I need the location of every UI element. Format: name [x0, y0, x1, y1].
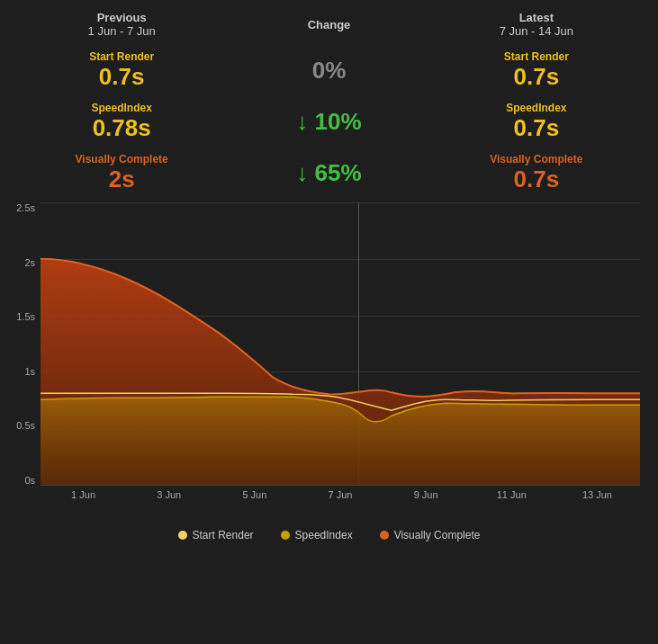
legend-label-visually-complete: Visually Complete	[394, 529, 481, 541]
header: Previous 1 Jun - 7 Jun Change Latest 7 J…	[0, 0, 658, 45]
x-axis: 1 Jun 3 Jun 5 Jun 7 Jun 9 Jun 11 Jun 13 …	[41, 486, 640, 511]
visually-complete-label-latest: Visually Complete	[433, 153, 640, 165]
visually-complete-label-prev: Visually Complete	[18, 153, 225, 165]
y-label-2: 2s	[24, 257, 35, 268]
speed-index-previous: SpeedIndex 0.78s	[18, 102, 225, 142]
visually-complete-value-latest: 0.7s	[433, 165, 640, 193]
start-render-value-prev: 0.7s	[18, 63, 225, 91]
legend-visually-complete: Visually Complete	[380, 529, 481, 541]
visually-complete-latest: Visually Complete 0.7s	[433, 153, 640, 193]
previous-section: Previous 1 Jun - 7 Jun	[18, 11, 225, 38]
y-axis: 2.5s 2s 1.5s 1s 0.5s 0s	[0, 202, 41, 486]
y-label-0: 0s	[24, 475, 35, 486]
latest-section: Latest 7 Jun - 14 Jun	[433, 11, 640, 38]
metrics-container: Start Render 0.7s 0% Start Render 0.7s S…	[0, 45, 658, 199]
speed-index-value-latest: 0.7s	[433, 114, 640, 142]
start-render-label-latest: Start Render	[433, 50, 640, 63]
latest-date: 7 Jun - 14 Jun	[433, 24, 640, 38]
legend-speed-index: SpeedIndex	[281, 529, 353, 541]
speed-index-label-latest: SpeedIndex	[433, 102, 640, 114]
x-label-5jun: 5 Jun	[212, 489, 297, 511]
y-label-1: 1s	[24, 366, 35, 377]
speed-index-row: SpeedIndex 0.78s ↓ 10% SpeedIndex 0.7s	[0, 96, 658, 148]
legend-dot-visually-complete	[380, 531, 389, 540]
legend-label-start-render: Start Render	[193, 529, 254, 541]
start-render-previous: Start Render 0.7s	[18, 50, 225, 91]
chart-legend: Start Render SpeedIndex Visually Complet…	[0, 522, 658, 545]
legend-dot-speed-index	[281, 531, 290, 540]
x-label-9jun: 9 Jun	[383, 489, 469, 511]
visually-complete-previous: Visually Complete 2s	[18, 153, 225, 193]
visually-complete-change: ↓ 65%	[225, 159, 432, 187]
speed-index-change: ↓ 10%	[225, 108, 432, 136]
start-render-latest: Start Render 0.7s	[433, 50, 640, 91]
x-label-11jun: 11 Jun	[469, 489, 554, 511]
x-label-3jun: 3 Jun	[126, 489, 212, 511]
start-render-value-latest: 0.7s	[433, 63, 640, 91]
latest-label: Latest	[433, 11, 640, 24]
x-label-13jun: 13 Jun	[554, 489, 640, 511]
visually-complete-row: Visually Complete 2s ↓ 65% Visually Comp…	[0, 148, 658, 199]
visually-complete-value-prev: 2s	[18, 165, 225, 193]
speed-index-area	[41, 397, 640, 485]
y-label-25: 2.5s	[16, 202, 35, 213]
visually-complete-change-value: ↓ 65%	[225, 159, 432, 187]
previous-label: Previous	[18, 11, 225, 24]
speed-index-label-prev: SpeedIndex	[18, 102, 225, 114]
start-render-change: 0%	[225, 57, 432, 85]
legend-label-speed-index: SpeedIndex	[295, 529, 353, 541]
speed-index-change-value: ↓ 10%	[225, 108, 432, 136]
chart-canvas	[41, 202, 640, 486]
change-label: Change	[225, 18, 432, 31]
y-label-15: 1.5s	[16, 311, 35, 322]
previous-date: 1 Jun - 7 Jun	[18, 24, 225, 38]
start-render-row: Start Render 0.7s 0% Start Render 0.7s	[0, 45, 658, 96]
start-render-change-value: 0%	[225, 57, 432, 85]
chart-area: 2.5s 2s 1.5s 1s 0.5s 0s	[0, 202, 658, 522]
legend-dot-start-render	[178, 531, 187, 540]
chart-svg	[41, 202, 640, 485]
y-label-05: 0.5s	[16, 420, 35, 431]
change-section: Change	[225, 18, 432, 31]
legend-start-render: Start Render	[178, 529, 254, 541]
x-label-7jun: 7 Jun	[297, 489, 383, 511]
speed-index-value-prev: 0.78s	[18, 114, 225, 142]
start-render-label-prev: Start Render	[18, 50, 225, 63]
speed-index-latest: SpeedIndex 0.7s	[433, 102, 640, 142]
x-label-1jun: 1 Jun	[41, 489, 126, 511]
